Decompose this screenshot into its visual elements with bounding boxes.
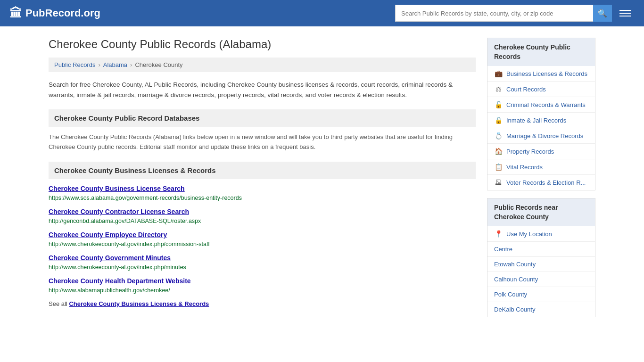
nearby-county-link[interactable]: Calhoun County	[487, 272, 595, 287]
sidebar-link-icon: 🔓	[494, 101, 503, 108]
see-all-text: See all	[49, 300, 67, 307]
record-url-link[interactable]: http://www.alabamapublichealth.gov/chero…	[49, 287, 170, 294]
sidebar-link[interactable]: 📋Vital Records	[487, 159, 595, 174]
sidebar-links-list: 💼Business Licenses & Records⚖Court Recor…	[487, 66, 595, 190]
sidebar-link[interactable]: 🏠Property Records	[487, 144, 595, 159]
sidebar-link-item: 💍Marriage & Divorce Records	[487, 128, 595, 144]
nearby-label: Polk County	[494, 291, 527, 298]
nearby-list: 📍Use My LocationCentreEtowah CountyCalho…	[487, 226, 595, 317]
nearby-use-location[interactable]: 📍Use My Location	[487, 226, 595, 241]
nearby-item: Calhoun County	[487, 272, 595, 287]
sidebar-link-item: 📋Vital Records	[487, 159, 595, 175]
logo-icon: 🏛	[9, 6, 22, 21]
search-input[interactable]	[395, 5, 593, 22]
page-container: Cherokee County Public Records (Alabama)…	[39, 26, 605, 336]
record-title-link[interactable]: Cherokee County Business License Search	[49, 185, 476, 192]
record-title-link[interactable]: Cherokee County Government Minutes	[49, 254, 476, 262]
menu-bar-2	[619, 13, 631, 14]
breadcrumb-sep-1: ›	[98, 61, 100, 68]
nearby-item: Polk County	[487, 287, 595, 302]
sidebar-link-icon: 🗳	[494, 179, 503, 186]
databases-heading: Cherokee County Public Record Databases	[49, 109, 476, 127]
record-url-link[interactable]: http://www.cherokeecounty-al.gov/index.p…	[49, 241, 210, 247]
sidebar-link-icon: 💼	[494, 70, 503, 77]
record-item: Cherokee County Employee Directory http:…	[49, 231, 476, 247]
record-url-link[interactable]: https://www.sos.alabama.gov/government-r…	[49, 195, 242, 201]
record-item: Cherokee County Business License Search …	[49, 185, 476, 201]
sidebar-link[interactable]: 💼Business Licenses & Records	[487, 66, 595, 81]
nearby-county-link[interactable]: DeKalb County	[487, 302, 595, 317]
sidebar-link-item: 🏠Property Records	[487, 144, 595, 159]
sidebar-link-icon: ⚖	[494, 85, 503, 93]
nearby-county-link[interactable]: Etowah County	[487, 257, 595, 272]
nearby-item: DeKalb County	[487, 302, 595, 317]
breadcrumb-cherokee: Cherokee County	[135, 61, 182, 68]
nearby-county-link[interactable]: Centre	[487, 242, 595, 256]
breadcrumb-alabama[interactable]: Alabama	[103, 61, 127, 68]
sidebar-link-icon: 🏠	[494, 148, 503, 155]
menu-bar-3	[619, 16, 631, 16]
nearby-item: Centre	[487, 242, 595, 257]
record-title-link[interactable]: Cherokee County Health Department Websit…	[49, 277, 476, 285]
search-button[interactable]: 🔍	[593, 5, 612, 22]
record-url-link[interactable]: http://www.cherokeecounty-al.gov/index.p…	[49, 264, 186, 271]
sidebar-link-label: Vital Records	[506, 164, 543, 171]
sidebar-link-label: Voter Records & Election R...	[506, 179, 586, 186]
nearby-label: Etowah County	[494, 261, 536, 268]
sidebar-link-item: 🔒Inmate & Jail Records	[487, 113, 595, 128]
sidebar-link-label: Criminal Records & Warrants	[506, 101, 586, 108]
sidebar-link-label: Court Records	[506, 86, 546, 93]
sidebar: Cherokee County Public Records 💼Business…	[487, 38, 595, 325]
nearby-label: Calhoun County	[494, 276, 538, 283]
sidebar-link[interactable]: 🔒Inmate & Jail Records	[487, 113, 595, 128]
record-item: Cherokee County Government Minutes http:…	[49, 254, 476, 271]
sidebar-link-item: 💼Business Licenses & Records	[487, 66, 595, 82]
nearby-county-link[interactable]: Polk County	[487, 287, 595, 302]
breadcrumb: Public Records › Alabama › Cherokee Coun…	[49, 58, 476, 72]
search-icon: 🔍	[598, 9, 607, 18]
menu-button[interactable]	[616, 8, 635, 18]
record-item: Cherokee County Contractor License Searc…	[49, 208, 476, 224]
sidebar-nearby-box: Public Records near Cherokee County 📍Use…	[487, 198, 595, 317]
nearby-label: Centre	[494, 246, 512, 253]
sidebar-link-label: Property Records	[506, 148, 554, 155]
record-item: Cherokee County Health Department Websit…	[49, 277, 476, 294]
sidebar-link-label: Business Licenses & Records	[506, 70, 587, 77]
menu-bar-1	[619, 10, 631, 11]
nearby-item: 📍Use My Location	[487, 226, 595, 242]
main-content: Cherokee County Public Records (Alabama)…	[49, 38, 476, 325]
sidebar-link[interactable]: 🗳Voter Records & Election R...	[487, 175, 595, 190]
sidebar-link-item: 🗳Voter Records & Election R...	[487, 175, 595, 190]
nearby-label: Use My Location	[506, 230, 552, 238]
header-right: 🔍	[395, 5, 635, 22]
nearby-label: DeKalb County	[494, 306, 535, 313]
sidebar-link-icon: 📋	[494, 163, 503, 171]
logo-text: PubRecord.org	[25, 7, 100, 19]
sidebar-link[interactable]: ⚖Court Records	[487, 82, 595, 97]
business-heading: Cherokee County Business Licenses & Reco…	[49, 162, 476, 179]
sidebar-public-records-box: Cherokee County Public Records 💼Business…	[487, 38, 595, 190]
nearby-item: Etowah County	[487, 257, 595, 272]
record-title-link[interactable]: Cherokee County Contractor License Searc…	[49, 208, 476, 215]
sidebar-link[interactable]: 🔓Criminal Records & Warrants	[487, 97, 595, 112]
see-all-link[interactable]: Cherokee County Business Licenses & Reco…	[69, 300, 209, 307]
site-logo[interactable]: 🏛 PubRecord.org	[9, 6, 100, 21]
breadcrumb-public-records[interactable]: Public Records	[54, 61, 95, 68]
sidebar-link-item: 🔓Criminal Records & Warrants	[487, 97, 595, 113]
record-title-link[interactable]: Cherokee County Employee Directory	[49, 231, 476, 239]
see-all: See all Cherokee County Business License…	[49, 300, 476, 307]
search-bar: 🔍	[395, 5, 612, 22]
records-list: Cherokee County Business License Search …	[49, 185, 476, 294]
breadcrumb-sep-2: ›	[130, 61, 132, 68]
sidebar-link-icon: 💍	[494, 132, 503, 140]
sidebar-link-item: ⚖Court Records	[487, 82, 595, 97]
sidebar-link-label: Inmate & Jail Records	[506, 117, 566, 124]
sidebar-link-label: Marriage & Divorce Records	[506, 132, 583, 140]
page-title: Cherokee County Public Records (Alabama)	[49, 38, 476, 51]
sidebar-nearby-header: Public Records near Cherokee County	[487, 198, 595, 226]
site-header: 🏛 PubRecord.org 🔍	[0, 0, 644, 26]
intro-text: Search for free Cherokee County, AL Publ…	[49, 80, 476, 100]
sidebar-link[interactable]: 💍Marriage & Divorce Records	[487, 128, 595, 143]
databases-desc: The Cherokee County Public Records (Alab…	[49, 132, 476, 152]
record-url-link[interactable]: http://genconbd.alabama.gov/DATABASE-SQL…	[49, 218, 201, 224]
